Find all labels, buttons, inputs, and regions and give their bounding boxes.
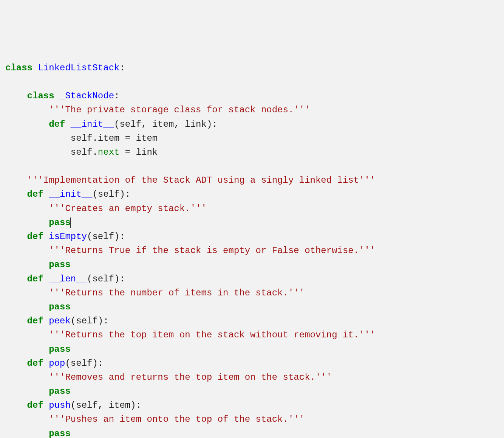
fn-init: __init__ bbox=[49, 189, 92, 199]
fn-isempty: isEmpty bbox=[49, 231, 87, 242]
sig-init-node: (self, item, link): bbox=[114, 119, 218, 129]
keyword-def: def bbox=[27, 189, 43, 199]
keyword-pass: pass bbox=[49, 259, 71, 270]
body-next-prefix: self. bbox=[5, 147, 98, 157]
keyword-pass: pass bbox=[49, 386, 71, 396]
keyword-class: class bbox=[5, 63, 32, 73]
fn-init: __init__ bbox=[71, 119, 114, 129]
colon: : bbox=[119, 63, 125, 73]
sig-self: (self): bbox=[71, 316, 109, 326]
docstring-init: '''Creates an empty stack.''' bbox=[49, 203, 207, 214]
fn-peek: peek bbox=[49, 316, 71, 326]
keyword-def: def bbox=[27, 400, 43, 410]
sig-self: (self): bbox=[87, 231, 125, 242]
sig-self: (self): bbox=[87, 274, 125, 284]
docstring-impl: '''Implementation of the Stack ADT using… bbox=[27, 175, 376, 185]
keyword-pass: pass bbox=[49, 344, 71, 354]
keyword-def: def bbox=[27, 231, 43, 242]
colon: : bbox=[114, 91, 119, 101]
docstring-isempty: '''Returns True if the stack is empty or… bbox=[49, 245, 375, 256]
builtin-next: next bbox=[98, 147, 120, 157]
keyword-def: def bbox=[49, 119, 65, 129]
classname-stacknode: _StackNode bbox=[60, 91, 114, 101]
fn-len: __len__ bbox=[49, 274, 87, 284]
classname-linkedliststack: LinkedListStack bbox=[38, 63, 119, 73]
docstring-len: '''Returns the number of items in the st… bbox=[49, 288, 305, 298]
keyword-pass: pass bbox=[49, 302, 71, 312]
sig-self: (self): bbox=[65, 358, 103, 368]
sig-self: (self): bbox=[92, 189, 130, 199]
fn-push: push bbox=[49, 400, 71, 410]
keyword-pass: pass bbox=[49, 429, 71, 438]
keyword-class: class bbox=[27, 91, 54, 101]
docstring-stacknode: '''The private storage class for stack n… bbox=[49, 105, 310, 115]
keyword-def: def bbox=[27, 316, 43, 326]
fn-pop: pop bbox=[49, 358, 65, 368]
keyword-def: def bbox=[27, 274, 43, 284]
docstring-pop: '''Removes and returns the top item on t… bbox=[49, 372, 332, 382]
body-item-assign: self.item = item bbox=[5, 133, 158, 143]
docstring-push: '''Pushes an item onto the top of the st… bbox=[49, 414, 305, 424]
code-block: class LinkedListStack: class _StackNode:… bbox=[5, 61, 499, 438]
keyword-def: def bbox=[27, 358, 43, 368]
body-next-suffix: = link bbox=[119, 147, 158, 157]
docstring-peek: '''Returns the top item on the stack wit… bbox=[49, 330, 375, 340]
text-cursor bbox=[70, 217, 71, 227]
sig-push: (self, item): bbox=[71, 400, 141, 410]
keyword-pass: pass bbox=[49, 217, 71, 228]
